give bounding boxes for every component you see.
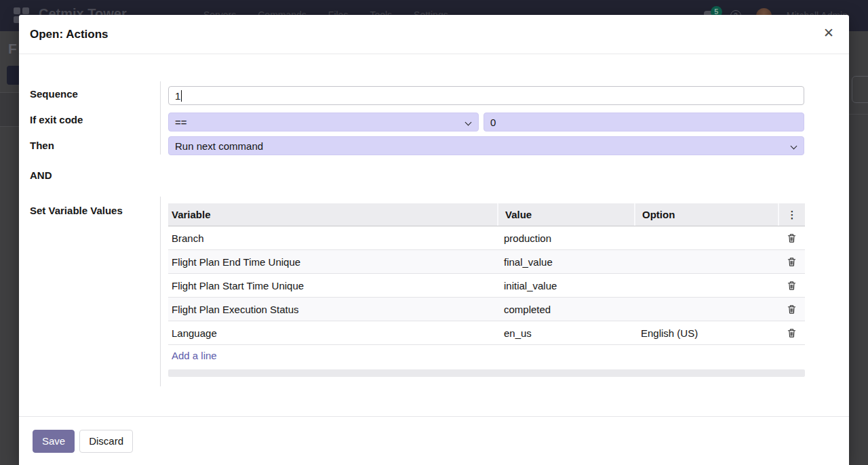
- sequence-label: Sequence: [30, 88, 78, 100]
- cell-variable[interactable]: Flight Plan End Time Unique: [168, 250, 497, 273]
- cell-option[interactable]: [634, 298, 778, 321]
- exit-code-label: If exit code: [30, 114, 83, 125]
- cell-value[interactable]: final_value: [497, 250, 634, 273]
- cell-variable[interactable]: Flight Plan Execution Status: [168, 298, 497, 321]
- cell-value[interactable]: completed: [497, 298, 634, 321]
- dialog-body: Sequence 1 If exit code == 0 Then Run ne…: [19, 54, 849, 416]
- exit-code-value-input[interactable]: 0: [484, 113, 804, 132]
- add-a-line-link[interactable]: Add a line: [172, 350, 217, 361]
- column-header-option[interactable]: Option: [634, 203, 778, 226]
- background-button-fragment: [7, 66, 19, 85]
- chevron-down-icon: [791, 143, 797, 150]
- cell-option[interactable]: [634, 226, 778, 249]
- variable-values-table: Variable Value Option ⋮ Branch productio…: [168, 203, 805, 377]
- trash-icon[interactable]: [785, 232, 798, 245]
- save-button[interactable]: Save: [33, 430, 75, 453]
- cell-option[interactable]: English (US): [634, 321, 778, 344]
- label-separator: [160, 81, 161, 155]
- set-variable-values-label: Set Variable Values: [30, 205, 123, 216]
- cell-value[interactable]: production: [497, 226, 634, 249]
- background-divider: [0, 92, 19, 93]
- text-cursor: [181, 90, 182, 102]
- dialog-header: Open: Actions ✕: [19, 15, 849, 54]
- table-row[interactable]: Flight Plan End Time Unique final_value: [168, 250, 805, 274]
- operator-value: ==: [175, 117, 187, 128]
- background-divider: [849, 114, 868, 115]
- trash-icon[interactable]: [785, 256, 798, 268]
- dialog-title: Open: Actions: [30, 28, 108, 41]
- table-row[interactable]: Flight Plan Start Time Unique initial_va…: [168, 274, 805, 298]
- column-header-variable[interactable]: Variable: [168, 203, 497, 226]
- exit-code-value: 0: [490, 117, 496, 128]
- table-header: Variable Value Option ⋮: [168, 203, 805, 226]
- horizontal-scrollbar[interactable]: [168, 369, 805, 377]
- cell-option[interactable]: [634, 250, 778, 273]
- exit-code-operator-select[interactable]: ==: [168, 113, 479, 132]
- add-line-row: Add a line: [168, 345, 805, 365]
- open-actions-dialog: Open: Actions ✕ Sequence 1 If exit code …: [19, 15, 849, 465]
- table-row[interactable]: Branch production: [168, 226, 805, 250]
- trash-icon[interactable]: [785, 279, 798, 292]
- column-header-value[interactable]: Value: [497, 203, 634, 226]
- then-label: Then: [30, 140, 54, 151]
- close-icon[interactable]: ✕: [823, 26, 834, 39]
- sequence-input[interactable]: 1: [168, 86, 804, 105]
- trash-icon[interactable]: [785, 303, 798, 316]
- cell-value[interactable]: en_us: [497, 321, 634, 344]
- dialog-footer: Save Discard: [19, 416, 849, 465]
- label-separator: [160, 197, 161, 386]
- then-value: Run next command: [175, 140, 263, 152]
- and-label: AND: [30, 169, 52, 181]
- cell-variable[interactable]: Branch: [168, 226, 497, 249]
- sequence-value: 1: [175, 90, 180, 102]
- column-options-icon[interactable]: ⋮: [787, 209, 797, 220]
- trash-icon[interactable]: [785, 327, 798, 340]
- background-row-band: [0, 93, 19, 126]
- then-select[interactable]: Run next command: [168, 136, 804, 155]
- cell-value[interactable]: initial_value: [497, 274, 634, 297]
- background-divider: [0, 126, 19, 127]
- background-page-heading-fragment: F: [8, 41, 17, 57]
- cell-variable[interactable]: Language: [168, 321, 497, 344]
- chevron-down-icon: [465, 119, 472, 126]
- table-row[interactable]: Flight Plan Execution Status completed: [168, 298, 805, 321]
- discard-button[interactable]: Discard: [79, 430, 133, 453]
- background-searchbox-fragment: [852, 76, 868, 103]
- cell-option[interactable]: [634, 274, 778, 297]
- cell-variable[interactable]: Flight Plan Start Time Unique: [168, 274, 497, 297]
- table-row[interactable]: Language en_us English (US): [168, 321, 805, 345]
